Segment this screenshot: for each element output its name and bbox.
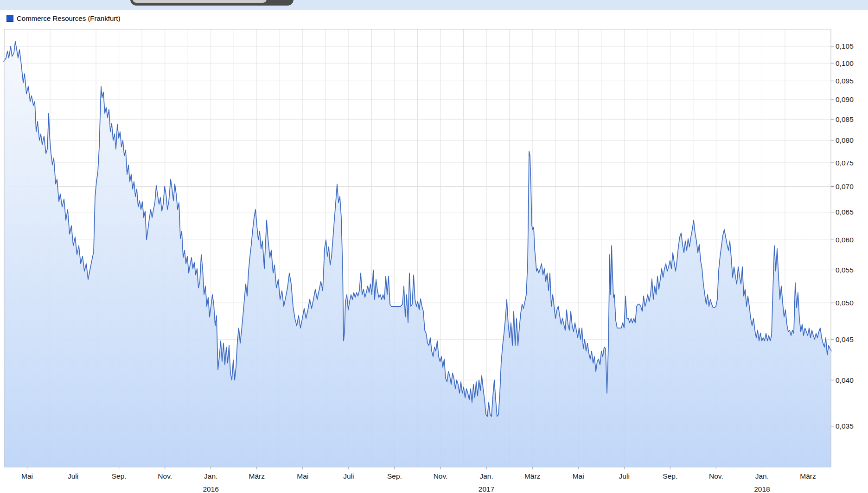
x-axis-labels: MaiJuliSep.Nov.Jan.MärzMaiJuliSep.Nov.Ja… — [21, 467, 816, 493]
y-tick-label: 0,035 — [836, 422, 854, 430]
y-tick-label: 0,070 — [836, 183, 854, 190]
page: { "toolbar": { "bar_color": "#d9e6f8", "… — [0, 0, 868, 493]
y-tick-label: 0,050 — [836, 299, 854, 307]
x-tick-label: Mai — [21, 472, 33, 480]
y-tick-label: 0,105 — [836, 42, 854, 50]
x-tick-label: Juli — [619, 472, 630, 480]
y-tick-label: 0,040 — [836, 376, 854, 384]
x-tick-label: Nov. — [158, 472, 172, 480]
x-tick-label: Mai — [297, 472, 308, 480]
y-axis-labels: 0,1050,1000,0950,0900,0850,0800,0750,070… — [831, 42, 854, 430]
x-year-label: 2017 — [479, 485, 494, 493]
x-tick-label: Sep. — [387, 472, 402, 480]
x-year-label: 2018 — [754, 485, 770, 493]
y-tick-label: 0,085 — [836, 115, 854, 123]
x-tick-label: März — [800, 472, 816, 480]
x-tick-label: Sep. — [663, 472, 677, 480]
y-tick-label: 0,100 — [836, 59, 854, 67]
y-tick-label: 0,055 — [836, 266, 854, 274]
y-tick-label: 0,075 — [836, 159, 854, 167]
y-tick-label: 0,045 — [836, 335, 854, 343]
x-tick-label: Juli — [343, 472, 354, 480]
y-tick-label: 0,065 — [836, 208, 854, 216]
x-year-label: 2016 — [203, 485, 219, 493]
x-tick-label: März — [524, 472, 540, 480]
y-tick-label: 0,095 — [836, 77, 854, 85]
x-tick-label: Jan. — [479, 472, 493, 480]
y-tick-label: 0,080 — [836, 136, 854, 144]
x-tick-label: Mai — [573, 472, 584, 480]
x-tick-label: Nov. — [709, 472, 723, 480]
x-tick-label: März — [249, 472, 265, 480]
x-tick-label: Jan. — [755, 472, 769, 480]
y-tick-label: 0,060 — [836, 236, 854, 244]
y-tick-label: 0,090 — [836, 95, 854, 103]
x-tick-label: Nov. — [434, 472, 448, 480]
x-tick-label: Jan. — [204, 472, 217, 480]
x-tick-label: Sep. — [112, 472, 127, 480]
price-chart: 0,1050,1000,0950,0900,0850,0800,0750,070… — [0, 0, 868, 493]
x-tick-label: Juli — [68, 472, 78, 480]
